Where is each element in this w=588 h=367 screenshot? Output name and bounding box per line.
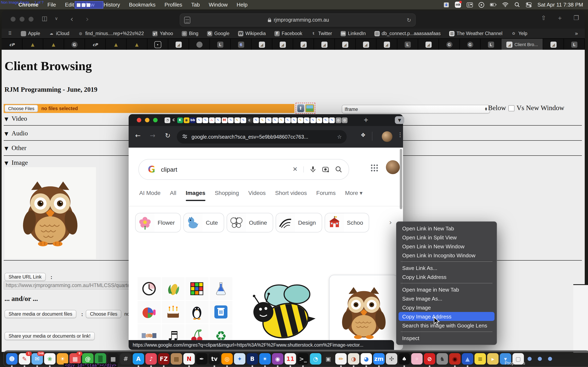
choose-files-button[interactable]: Choose Files <box>4 105 38 112</box>
window-manager-icon[interactable] <box>466 2 473 8</box>
profile-avatar[interactable] <box>382 131 392 142</box>
safari-tab[interactable] <box>418 39 439 50</box>
dock-app-icon[interactable]: ◉ <box>449 353 461 364</box>
pinned-tab-favicon[interactable]: M <box>222 117 227 123</box>
google-lens-icon[interactable] <box>322 166 329 173</box>
results-tab[interactable]: Forums <box>316 190 336 201</box>
menu-item[interactable]: Profiles <box>160 2 187 8</box>
dock-app-icon[interactable]: ✉248 <box>31 353 43 364</box>
drop-target-icons[interactable]: ⬆ <box>296 103 315 114</box>
pinned-tab-favicon[interactable]: ✎ <box>323 117 329 123</box>
context-menu-item[interactable]: Save Image As... <box>397 294 497 303</box>
pinned-tab-favicon[interactable]: ✎ <box>304 117 310 123</box>
pinned-tab-favicon[interactable]: ✎ <box>259 117 265 123</box>
dock-app-icon[interactable]: ▦ <box>107 353 119 364</box>
safari-window-controls[interactable] <box>11 17 34 22</box>
clear-search-icon[interactable]: ✕ <box>293 166 304 173</box>
reload-icon[interactable]: ↻ <box>407 17 411 23</box>
dock-app-icon[interactable]: ⊘ <box>424 353 435 364</box>
bookmarks-overflow-icon[interactable]: » <box>575 31 578 36</box>
dock-app-icon[interactable]: ❀ <box>44 353 56 364</box>
dock-app-icon[interactable]: ≡ <box>475 353 486 364</box>
safari-tab[interactable] <box>397 39 418 50</box>
back-button[interactable]: ‹ <box>70 15 73 23</box>
search-submit-icon[interactable] <box>335 166 342 173</box>
dock-app-icon[interactable]: ♠ <box>398 353 410 364</box>
reload-button[interactable]: ↻ <box>165 133 171 139</box>
chip-cute[interactable]: Cute <box>183 213 224 233</box>
dock-app-icon[interactable]: ✴ <box>259 353 271 364</box>
iframe-select[interactable]: Iframe ▲▼ <box>342 105 490 113</box>
pinned-tab-favicon[interactable]: ✎ <box>329 117 335 123</box>
pinned-tab-favicon[interactable]: ✎ <box>297 117 303 123</box>
control-center-icon[interactable] <box>526 2 532 8</box>
bookmark-item[interactable]: y!Yahoo <box>153 31 173 36</box>
owl-clipart-image[interactable] <box>4 167 96 259</box>
download-status-icon[interactable] <box>443 2 450 8</box>
context-menu-item[interactable]: Open Link in Split View <box>397 233 497 242</box>
google-apps-grid-icon[interactable] <box>370 164 378 172</box>
reader-icon[interactable] <box>184 17 190 24</box>
dock-app-icon[interactable]: ◉ <box>272 353 283 364</box>
context-menu-item[interactable]: Open Image in New Tab <box>397 285 497 294</box>
chip-design[interactable]: Design <box>276 213 322 233</box>
dock-app-icon[interactable]: @ <box>82 353 94 364</box>
context-menu-item[interactable]: Search this image with Google Lens <box>397 321 497 330</box>
dock-app-icon[interactable]: ✎1 <box>19 353 30 364</box>
address-bar[interactable]: rjmprogramming.com.au ↻ <box>180 13 416 26</box>
safari-tab[interactable] <box>147 39 168 50</box>
safari-tab[interactable] <box>127 39 147 50</box>
tab-search-chevron-button[interactable]: ▼ <box>395 116 404 124</box>
pinned-tab-favicon[interactable]: bb <box>190 117 196 123</box>
scrollbar-thumb[interactable] <box>400 149 402 209</box>
dock-app-icon[interactable]: ▒ <box>95 353 106 364</box>
safari-tab[interactable] <box>314 39 335 50</box>
bookmark-item[interactable]: ✿Yelp <box>511 31 527 36</box>
dock-app-icon[interactable]: ♞ <box>437 353 448 364</box>
chip-outline[interactable]: Outline <box>226 213 273 233</box>
dock-app-icon[interactable]: >_ <box>297 353 309 364</box>
results-tab[interactable]: Shopping <box>215 190 239 201</box>
zoom-button[interactable] <box>29 17 34 22</box>
bookmark-item[interactable]: tTwitter <box>311 31 332 36</box>
context-menu-item[interactable]: Open Link in Incognito Window <box>397 251 497 260</box>
bookmark-item[interactable]: Apple <box>21 31 40 36</box>
search-query[interactable]: clipart <box>161 166 177 173</box>
address-text[interactable]: rjmprogramming.com.au <box>274 17 329 23</box>
google-account-avatar[interactable] <box>386 160 400 174</box>
menu-item[interactable]: Bookmarks <box>125 2 160 8</box>
pinned-tab-favicon[interactable]: ✎ <box>285 117 291 123</box>
back-button[interactable]: ← <box>135 133 141 139</box>
menu-item[interactable]: File <box>43 2 61 8</box>
dock-app-icon[interactable] <box>538 357 542 361</box>
chip-school[interactable]: Schoo <box>324 213 369 233</box>
pinned-tab-favicon[interactable]: ✎ <box>203 117 208 123</box>
bookmark-item[interactable]: ◍find_minus....rep+%22s%22 <box>78 31 144 36</box>
safari-tab[interactable] <box>481 39 502 50</box>
sidebar-chevron-icon[interactable]: ∨ <box>55 16 58 21</box>
bookmark-item[interactable]: ☁iCloud <box>49 31 69 36</box>
menu-item[interactable]: Window <box>204 2 232 8</box>
pinned-tab-favicon[interactable]: ◉ <box>183 117 189 123</box>
bookmark-item[interactable]: ◎Bing <box>182 31 199 36</box>
pinned-tab-favicon[interactable]: ✎ <box>278 117 284 123</box>
dock-app-icon[interactable]: ◎ <box>221 353 233 364</box>
spotlight-search-icon[interactable] <box>514 2 520 8</box>
dock-app-icon[interactable]: ☀ <box>57 353 68 364</box>
choose-files-button-2[interactable]: Choose Files <box>86 310 121 318</box>
chips-scroll-chevron-icon[interactable]: › <box>389 219 392 226</box>
share-media-button[interactable]: Share media or document files <box>4 310 76 318</box>
context-menu-item[interactable]: Copy Image Address <box>398 312 494 321</box>
pinned-tab-favicon[interactable]: ✎ <box>253 117 259 123</box>
tab-overview-icon[interactable]: ❐ <box>573 15 579 21</box>
safari-tab[interactable] <box>251 39 272 50</box>
context-menu-item[interactable]: Open Link in New Window <box>397 242 497 251</box>
extensions-icon[interactable]: ❖ <box>361 132 366 138</box>
dock-app-icon[interactable]: # <box>120 353 131 364</box>
close-button[interactable] <box>11 17 16 22</box>
forward-button[interactable]: › <box>86 15 89 23</box>
pinned-tab-favicon[interactable]: C <box>171 117 177 123</box>
context-menu-item[interactable]: Open Link in New Tab <box>397 224 497 233</box>
new-tab-icon[interactable]: ＋ <box>557 15 563 21</box>
share-icon[interactable]: ⇧ <box>541 15 546 21</box>
